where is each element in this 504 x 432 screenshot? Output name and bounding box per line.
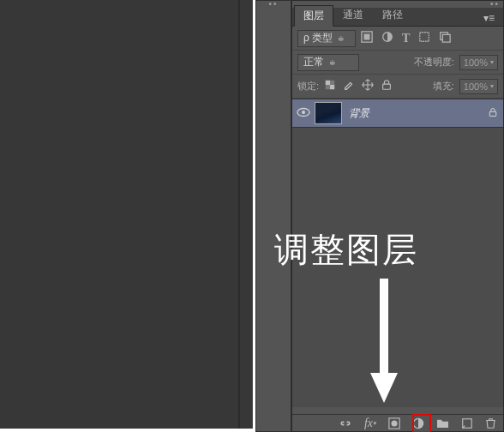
layer-list: 背景 [292, 99, 503, 407]
svg-rect-6 [326, 81, 330, 85]
svg-rect-1 [364, 34, 370, 40]
filter-kind-label: ρ 类型 [303, 31, 333, 45]
svg-rect-9 [326, 85, 330, 89]
filter-row: ρ 类型 ≑ T [292, 27, 503, 51]
adjustment-layer-icon[interactable] [412, 417, 424, 429]
fill-label: 填充: [433, 80, 454, 93]
layers-panel: •• 图层 通道 路径 ▾≡ ρ 类型 ≑ T 正 [291, 0, 504, 432]
link-layers-icon[interactable] [339, 418, 352, 429]
lock-label: 锁定: [297, 80, 319, 93]
svg-rect-8 [330, 81, 334, 85]
svg-point-12 [302, 111, 305, 114]
opacity-label: 不透明度: [414, 56, 454, 69]
svg-rect-13 [489, 111, 496, 116]
canvas-area[interactable] [0, 0, 253, 429]
svg-rect-7 [330, 85, 334, 89]
layers-empty-area[interactable] [292, 128, 503, 407]
layer-row[interactable]: 背景 [292, 99, 503, 128]
filter-pixel-icon[interactable] [361, 31, 373, 45]
layer-name[interactable]: 背景 [349, 106, 483, 121]
filter-shape-icon[interactable] [418, 31, 430, 45]
layer-lock-icon [483, 105, 503, 121]
panel-menu-button[interactable]: ▾≡ [480, 10, 498, 26]
layers-bottom-bar: fx▾ [292, 414, 503, 431]
lock-all-icon[interactable] [381, 79, 393, 93]
tab-layers[interactable]: 图层 [294, 5, 333, 27]
lock-transparent-icon[interactable] [324, 79, 336, 93]
layer-group-icon[interactable] [436, 417, 449, 429]
lock-pixels-icon[interactable] [343, 79, 355, 93]
panel-tabs: 图层 通道 路径 ▾≡ [292, 8, 503, 27]
fill-field[interactable]: 100% ▾ [459, 79, 498, 94]
svg-rect-5 [443, 34, 451, 42]
svg-rect-3 [420, 33, 429, 42]
collapsed-panel-strip[interactable]: •• [255, 0, 291, 432]
blend-mode-label: 正常 [303, 55, 324, 69]
opacity-value: 100% [464, 57, 488, 68]
svg-rect-10 [383, 84, 391, 89]
fill-value: 100% [464, 81, 488, 92]
layer-thumbnail[interactable] [315, 102, 342, 124]
svg-point-15 [392, 420, 398, 426]
blend-row: 正常 ≑ 不透明度: 100% ▾ [292, 51, 503, 75]
opacity-field[interactable]: 100% ▾ [459, 55, 498, 70]
layer-visibility-toggle[interactable] [292, 105, 315, 121]
filter-kind-dropdown[interactable]: ρ 类型 ≑ [297, 30, 356, 47]
new-layer-icon[interactable] [461, 417, 473, 429]
lock-row: 锁定: 填充: 100% ▾ [292, 75, 503, 99]
layer-mask-icon[interactable] [388, 417, 400, 429]
lock-position-icon[interactable] [362, 79, 374, 93]
filter-type-icon[interactable]: T [402, 32, 410, 45]
filter-smart-icon[interactable] [439, 31, 451, 45]
blend-mode-dropdown[interactable]: 正常 ≑ [297, 54, 359, 71]
filter-adjust-icon[interactable] [381, 31, 393, 45]
layer-style-icon[interactable]: fx▾ [364, 417, 376, 430]
delete-layer-icon[interactable] [485, 417, 496, 429]
